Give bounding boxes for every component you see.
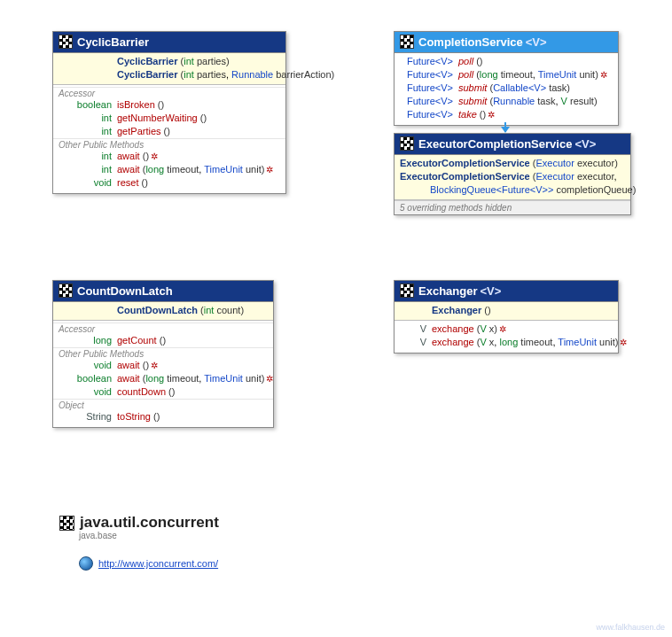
section-label: Accessor — [53, 87, 285, 98]
constructor: CyclicBarrier (int parties, Runnable bar… — [53, 68, 285, 82]
method: Future<V>take ()✲ — [395, 108, 618, 121]
class-title: ExecutorCompletionService — [418, 137, 572, 151]
constructors: CyclicBarrier (int parties) CyclicBarrie… — [53, 53, 285, 85]
class-header: CountDownLatch — [53, 281, 273, 302]
package-module: java.base — [79, 531, 219, 540]
class-icon — [400, 284, 414, 298]
method: Future<V>poll () — [395, 55, 618, 68]
realize-connector — [504, 122, 506, 132]
method: Vexchange (V x)✲ — [395, 322, 618, 336]
section-label: Object — [53, 399, 273, 410]
constructors: Exchanger () — [395, 302, 618, 321]
method: voidreset () — [53, 176, 285, 190]
class-countdownlatch: CountDownLatch CountDownLatch (int count… — [52, 280, 274, 428]
external-link[interactable]: http://www.jconcurrent.com/ — [98, 558, 218, 569]
interface-completionservice: CompletionService <V> Future<V>poll () F… — [394, 31, 619, 126]
method: booleanisBroken () — [53, 98, 285, 112]
interface-header: CompletionService <V> — [395, 32, 618, 53]
constructor: CountDownLatch (int count) — [53, 304, 273, 317]
section-label: Accessor — [53, 322, 273, 334]
package-icon — [59, 516, 74, 531]
hidden-methods-note: 5 overriding methods hidden — [395, 200, 630, 214]
class-icon — [400, 136, 414, 151]
generic-param: <V> — [480, 284, 501, 298]
method: booleanawait (long timeout, TimeUnit uni… — [53, 372, 273, 385]
method: Future<V>submit (Runnable task, V result… — [395, 95, 618, 108]
method: StringtoString () — [53, 410, 273, 423]
package-title: java.util.concurrent — [59, 514, 219, 532]
method: voidawait ()✲ — [53, 359, 273, 372]
globe-icon — [79, 556, 93, 571]
package-info: java.util.concurrent java.base http://ww… — [59, 514, 219, 571]
external-link-row: http://www.jconcurrent.com/ — [79, 556, 219, 571]
method: intawait ()✲ — [53, 150, 285, 163]
class-header: Exchanger <V> — [395, 281, 618, 302]
methods: Vexchange (V x)✲ Vexchange (V x, long ti… — [395, 321, 618, 353]
interface-icon — [400, 35, 414, 49]
class-header: ExecutorCompletionService <V> — [395, 134, 630, 155]
section-label: Other Public Methods — [53, 347, 273, 359]
class-cyclicbarrier: CyclicBarrier CyclicBarrier (int parties… — [52, 31, 286, 194]
method: Future<V>poll (long timeout, TimeUnit un… — [395, 68, 618, 82]
constructor: Exchanger () — [395, 304, 618, 317]
methods: Accessor booleanisBroken () intgetNumber… — [53, 85, 285, 193]
constructor: ExecutorCompletionService (Executor exec… — [395, 157, 630, 170]
methods: Future<V>poll () Future<V>poll (long tim… — [395, 53, 618, 125]
method: voidcountDown () — [53, 385, 273, 399]
class-icon — [59, 284, 73, 298]
constructor-cont: BlockingQueue<Future<V>> completionQueue… — [395, 183, 630, 197]
method: Vexchange (V x, long timeout, TimeUnit u… — [395, 336, 618, 349]
class-title: CyclicBarrier — [77, 35, 149, 49]
constructor: ExecutorCompletionService (Executor exec… — [395, 170, 630, 183]
generic-param: <V> — [574, 137, 596, 151]
class-title: CountDownLatch — [77, 284, 173, 298]
interface-title: CompletionService — [418, 35, 523, 49]
class-executorcompletionservice: ExecutorCompletionService <V> ExecutorCo… — [394, 133, 631, 215]
constructor: CyclicBarrier (int parties) — [53, 55, 285, 68]
section-label: Other Public Methods — [53, 138, 285, 150]
generic-param: <V> — [526, 35, 547, 49]
method: Future<V>submit (Callable<V> task) — [395, 82, 618, 95]
method: intgetNumberWaiting () — [53, 112, 285, 125]
constructors: ExecutorCompletionService (Executor exec… — [395, 155, 630, 200]
methods: Accessor longgetCount () Other Public Me… — [53, 321, 273, 427]
class-exchanger: Exchanger <V> Exchanger () Vexchange (V … — [394, 280, 619, 353]
method: intgetParties () — [53, 125, 285, 138]
class-title: Exchanger — [418, 284, 477, 298]
method: intawait (long timeout, TimeUnit unit)✲ — [53, 163, 285, 176]
constructors: CountDownLatch (int count) — [53, 302, 273, 321]
class-icon — [59, 35, 73, 49]
method: longgetCount () — [53, 334, 273, 347]
watermark: www.falkhausen.de — [596, 623, 665, 632]
class-header: CyclicBarrier — [53, 32, 285, 53]
